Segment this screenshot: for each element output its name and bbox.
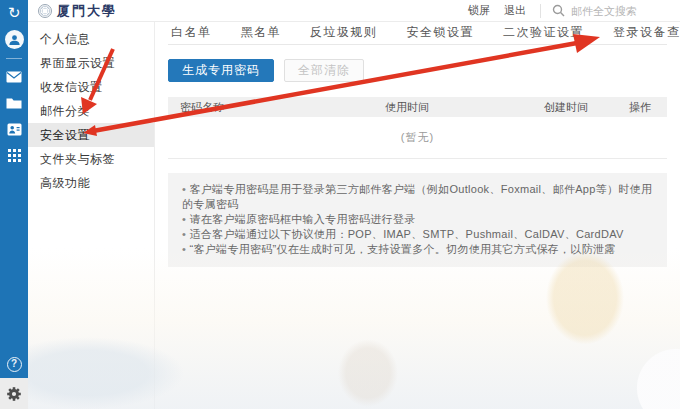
apps-grid-icon[interactable] <box>0 142 28 168</box>
security-settings-panel: 白名单 黑名单 反垃圾规则 安全锁设置 二次验证设置 登录设备查询 客户端安全登… <box>155 22 680 409</box>
search-input[interactable] <box>571 5 667 17</box>
icon-rail: ↺ <box>0 0 28 409</box>
menu-item-display-settings[interactable]: 界面显示设置 <box>28 51 154 75</box>
person-icon <box>8 33 21 46</box>
note-item: “客户端专用密码”仅在生成时可见，支持设置多个。切勿使用其它方式保存，以防泄露 <box>182 242 653 257</box>
settings-menu: 个人信息 界面显示设置 收发信设置 邮件分类 安全设置 文件夹与标签 高级功能 <box>28 22 155 409</box>
menu-item-folders-labels[interactable]: 文件夹与标签 <box>28 147 154 171</box>
note-item: 适合客户端通过以下协议使用：POP、IMAP、SMTP、Pushmail、Cal… <box>182 227 653 242</box>
empty-state: (暂无) <box>168 130 667 145</box>
tab-antispam-rules[interactable]: 反垃圾规则 <box>310 22 378 44</box>
search-box[interactable] <box>552 0 680 21</box>
topbar-separator <box>540 4 541 18</box>
user-avatar[interactable] <box>0 24 28 54</box>
col-password-name: 密码名称 <box>168 100 373 115</box>
list-divider <box>168 158 667 159</box>
col-actions: 操作 <box>617 100 667 115</box>
col-usage-time: 使用时间 <box>373 100 532 115</box>
tab-security-lock[interactable]: 安全锁设置 <box>407 22 475 44</box>
back-icon[interactable]: ↺ <box>0 0 28 24</box>
menu-item-send-receive[interactable]: 收发信设置 <box>28 75 154 99</box>
help-icon[interactable]: ? <box>0 350 28 378</box>
contacts-icon[interactable] <box>0 116 28 142</box>
mail-icon[interactable] <box>0 64 28 90</box>
university-emblem-icon <box>38 4 52 18</box>
search-icon <box>552 4 565 17</box>
settings-gear-icon[interactable] <box>0 378 28 409</box>
rail-divider <box>6 58 22 59</box>
menu-item-advanced[interactable]: 高级功能 <box>28 171 154 195</box>
note-item: 客户端专用密码是用于登录第三方邮件客户端（例如Outlook、Foxmail、邮… <box>182 182 653 212</box>
tab-blacklist[interactable]: 黑名单 <box>241 22 282 44</box>
col-created-time: 创建时间 <box>532 100 617 115</box>
lock-screen-button[interactable]: 锁屏 <box>468 3 490 18</box>
logout-button[interactable]: 退出 <box>504 3 526 18</box>
tab-whitelist[interactable]: 白名单 <box>171 22 212 44</box>
password-toolbar: 生成专用密码 全部清除 <box>168 59 667 82</box>
topbar-actions: 锁屏 退出 <box>468 0 680 21</box>
tab-login-devices[interactable]: 登录设备查询 <box>613 22 680 44</box>
brand: 厦門大學 <box>28 2 117 20</box>
generate-password-button[interactable]: 生成专用密码 <box>168 59 274 82</box>
menu-item-personal-info[interactable]: 个人信息 <box>28 27 154 51</box>
folder-icon[interactable] <box>0 90 28 116</box>
tab-two-factor[interactable]: 二次验证设置 <box>503 22 584 44</box>
security-tabs: 白名单 黑名单 反垃圾规则 安全锁设置 二次验证设置 登录设备查询 客户端安全登… <box>168 22 667 45</box>
topbar: 厦門大學 锁屏 退出 <box>28 0 680 22</box>
clear-all-button[interactable]: 全部清除 <box>284 59 364 82</box>
client-password-notes: 客户端专用密码是用于登录第三方邮件客户端（例如Outlook、Foxmail、邮… <box>168 173 667 267</box>
password-table-header: 密码名称 使用时间 创建时间 操作 <box>168 97 667 117</box>
brand-name: 厦門大學 <box>57 2 117 20</box>
menu-item-mail-classification[interactable]: 邮件分类 <box>28 99 154 123</box>
avatar <box>5 30 24 49</box>
webmail-security-settings-page: ↺ <box>0 0 680 409</box>
menu-item-security-settings[interactable]: 安全设置 <box>28 123 154 147</box>
note-item: 请在客户端原密码框中输入专用密码进行登录 <box>182 212 653 227</box>
